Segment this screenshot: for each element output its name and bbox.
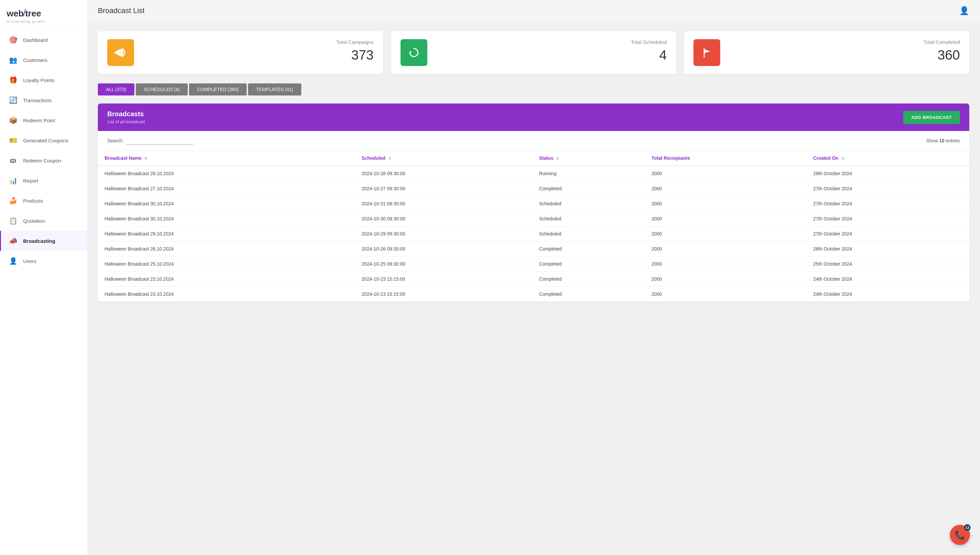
total-campaigns-value: 373	[351, 48, 374, 63]
sidebar-item-redeem-point[interactable]: 📦 Redeem Point	[0, 110, 87, 130]
table-row[interactable]: Halloween Broadcast 30.10.2024 2024-10-3…	[98, 211, 969, 226]
search-label: Search:	[107, 138, 123, 143]
sidebar-item-customers[interactable]: 👥 Customers	[0, 50, 87, 70]
sidebar-item-products[interactable]: 🍰 Products	[0, 191, 87, 211]
products-icon: 🍰	[8, 195, 18, 206]
row-created-on: 27th October 2024	[806, 181, 969, 196]
total-completed-info: Total Completed 360	[727, 39, 960, 63]
search-area: Search:	[107, 136, 193, 145]
svg-point-0	[115, 51, 117, 54]
row-scheduled: 2024-10-23 15:15:00	[355, 287, 532, 302]
logo-area: web / tree accelerating growth	[0, 0, 87, 30]
row-broadcast-name: Halloween Broadcast 23.10.2024	[98, 272, 355, 287]
row-scheduled: 2024-10-25 09:30:00	[355, 257, 532, 272]
sidebar-item-redeem-coupon[interactable]: 🎟 Redeem Coupon	[0, 151, 87, 170]
table-row[interactable]: Halloween Broadcast 27.10.2024 2024-10-2…	[98, 181, 969, 196]
topbar: Broadcast List 👤	[87, 0, 980, 22]
phone-icon: 📞	[954, 530, 965, 540]
sidebar-item-report[interactable]: 📊 Report	[0, 170, 87, 191]
table-row[interactable]: Halloween Broadcast 23.10.2024 2024-10-2…	[98, 287, 969, 302]
table-head: Broadcast Name ⇅Scheduled ⇅Status ⇅Total…	[98, 151, 969, 166]
entries-count: 10	[940, 138, 945, 143]
users-icon: 👤	[8, 255, 18, 266]
redeem-point-label: Redeem Point	[23, 117, 55, 123]
dashboard-icon: 🎯	[8, 35, 18, 45]
sidebar-item-broadcasting[interactable]: 📣 Broadcasting	[0, 231, 87, 251]
logo: web / tree	[7, 7, 80, 19]
total-scheduled-value: 4	[659, 48, 667, 63]
table-row[interactable]: Halloween Broadcast 29.10.2024 2024-10-2…	[98, 226, 969, 242]
row-scheduled: 2024-10-30 09:30:00	[355, 211, 532, 226]
total-completed-icon-box	[694, 39, 720, 66]
table-row[interactable]: Halloween Broadcast 26.10.2024 2024-10-2…	[98, 242, 969, 257]
sidebar-item-loyalty-points[interactable]: 🎁 Loyalty Points	[0, 70, 87, 90]
table-row[interactable]: Halloween Broadcast 23.10.2024 2024-10-2…	[98, 272, 969, 287]
sidebar-item-transactions[interactable]: 🔄 Transactions	[0, 90, 87, 110]
row-recipients: 2000	[645, 257, 806, 272]
filter-tab-scheduled[interactable]: SCHEDULED (4)	[136, 83, 188, 95]
loyalty-points-label: Loyalty Points	[23, 77, 54, 83]
broadcasts-table: Broadcast Name ⇅Scheduled ⇅Status ⇅Total…	[98, 151, 969, 302]
row-broadcast-name: Halloween Broadcast 30.10.2024	[98, 196, 355, 211]
main-area: Broadcast List 👤 Total Campaigns 373 Tot…	[87, 0, 980, 555]
row-broadcast-name: Halloween Broadcast 25.10.2024	[98, 257, 355, 272]
row-recipients: 2000	[645, 181, 806, 196]
row-broadcast-name: Halloween Broadcast 28.10.2024	[98, 166, 355, 181]
table-controls: Search: Show 10 entries	[98, 131, 969, 151]
broadcasting-label: Broadcasting	[23, 238, 55, 244]
broadcasting-icon: 📣	[8, 236, 18, 246]
col-broadcast-name[interactable]: Broadcast Name ⇅	[98, 151, 355, 166]
total-completed-label: Total Completed	[924, 39, 960, 45]
row-recipients: 2000	[645, 242, 806, 257]
sort-arrow: ⇅	[841, 156, 844, 160]
col-total-recipients: Total Reciepiants	[645, 151, 806, 166]
row-status: Completed	[532, 242, 644, 257]
sidebar-item-generated-coupons[interactable]: 🎫 Generated Coupons	[0, 130, 87, 151]
sort-arrow: ⇅	[556, 156, 559, 160]
row-created-on: 24th October 2024	[806, 272, 969, 287]
row-recipients: 2000	[645, 287, 806, 302]
report-label: Report	[23, 178, 38, 184]
stats-row: Total Campaigns 373 Total Scheduled 4 To…	[98, 31, 969, 74]
broadcasts-header: Broadcasts List of all broadcast ADD BRO…	[98, 104, 969, 131]
row-scheduled: 2024-10-27 09:30:00	[355, 181, 532, 196]
user-icon[interactable]: 👤	[959, 6, 969, 15]
table-row[interactable]: Halloween Broadcast 30.10.2024 2024-10-3…	[98, 196, 969, 211]
transactions-icon: 🔄	[8, 95, 18, 106]
add-broadcast-button[interactable]: ADD BROADCAST	[903, 111, 960, 124]
transactions-label: Transactions	[23, 98, 51, 103]
filter-tabs: ALL (373)SCHEDULED (4)COMPLETED (360)TEM…	[98, 83, 969, 95]
phone-fab[interactable]: 📞 13	[950, 525, 970, 545]
broadcasts-subtitle: List of all broadcast	[107, 119, 145, 124]
sidebar-item-quotation[interactable]: 📋 Quotation	[0, 211, 87, 231]
row-broadcast-name: Halloween Broadcast 29.10.2024	[98, 226, 355, 242]
products-label: Products	[23, 198, 43, 204]
row-created-on: 27th October 2024	[806, 226, 969, 242]
filter-tab-completed[interactable]: COMPLETED (360)	[189, 83, 247, 95]
search-input[interactable]	[126, 136, 193, 145]
filter-tab-all[interactable]: ALL (373)	[98, 83, 134, 95]
users-label: Users	[23, 258, 36, 264]
table-row[interactable]: Halloween Broadcast 28.10.2024 2024-10-2…	[98, 166, 969, 181]
redeem-coupon-icon: 🎟	[8, 155, 18, 166]
row-broadcast-name: Halloween Broadcast 26.10.2024	[98, 242, 355, 257]
dashboard-label: Dashboard	[23, 37, 48, 43]
generated-coupons-icon: 🎫	[8, 135, 18, 146]
row-created-on: 27th October 2024	[806, 196, 969, 211]
svg-marker-1	[410, 51, 412, 53]
entries-info: Show 10 entries	[926, 138, 960, 143]
filter-tab-templates[interactable]: TEMPLATES (41)	[248, 83, 301, 95]
customers-icon: 👥	[8, 55, 18, 65]
show-label: Show	[926, 138, 938, 143]
row-scheduled: 2024-10-31 09:30:00	[355, 196, 532, 211]
logo-tagline: accelerating growth	[7, 19, 80, 24]
sidebar-item-users[interactable]: 👤 Users	[0, 251, 87, 271]
col-status[interactable]: Status ⇅	[532, 151, 644, 166]
col-scheduled[interactable]: Scheduled ⇅	[355, 151, 532, 166]
broadcasts-title: Broadcasts	[107, 110, 145, 118]
logo-tree-text: tree	[25, 8, 41, 19]
col-created-on[interactable]: Created On ⇅	[806, 151, 969, 166]
sidebar-item-dashboard[interactable]: 🎯 Dashboard	[0, 30, 87, 50]
row-created-on: 28th October 2024	[806, 166, 969, 181]
table-row[interactable]: Halloween Broadcast 25.10.2024 2024-10-2…	[98, 257, 969, 272]
